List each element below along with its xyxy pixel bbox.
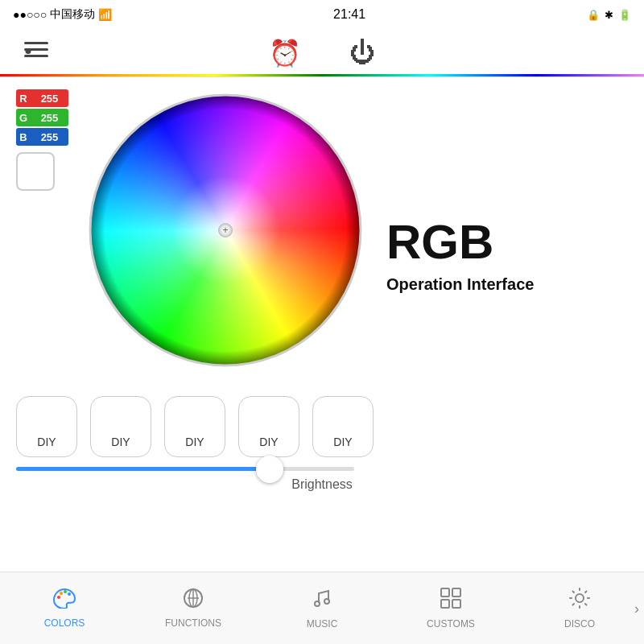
diy-button-2[interactable]: DIY	[90, 396, 151, 457]
color-wheel-container[interactable]: +	[89, 93, 362, 367]
wifi-icon: 📶	[98, 8, 112, 21]
g-row: G 255	[16, 109, 68, 126]
tab-disco[interactable]: DISCO	[515, 572, 644, 644]
brightness-label: Brightness	[16, 477, 628, 492]
colors-label: COLORS	[44, 617, 85, 629]
tab-functions[interactable]: FUNCTIONS	[129, 572, 258, 644]
signal-dots: ●●○○○	[13, 8, 47, 21]
svg-point-2	[26, 48, 31, 54]
alarm-button[interactable]: ⏰	[269, 38, 301, 68]
bluetooth-icon: ✱	[605, 9, 613, 21]
brightness-section: Brightness	[0, 464, 644, 500]
svg-point-12	[315, 601, 320, 606]
svg-rect-17	[452, 600, 460, 608]
diy-button-4[interactable]: DIY	[238, 396, 299, 457]
status-time: 21:41	[333, 7, 365, 22]
r-row: R 255	[16, 89, 68, 107]
brightness-thumb[interactable]	[256, 456, 283, 483]
r-value: 255	[31, 89, 68, 107]
main-content: R 255 G 255 B 255 + RGB Operation Interf…	[0, 77, 644, 383]
disco-label: DISCO	[564, 618, 595, 630]
brightness-track[interactable]	[16, 467, 354, 471]
customs-label: CUSTOMS	[427, 618, 475, 630]
g-label: G	[16, 109, 31, 126]
svg-point-6	[64, 590, 67, 593]
svg-rect-15	[452, 588, 460, 597]
diy-button-5[interactable]: DIY	[312, 396, 374, 457]
b-value: 255	[31, 128, 68, 146]
nav-center: ⏰ ⏻	[269, 38, 375, 68]
tab-colors[interactable]: COLORS	[0, 572, 129, 644]
r-label: R	[16, 89, 31, 107]
status-bar: ●●○○○ 中国移动 📶 21:41 🔒 ✱ 🔋	[0, 0, 644, 29]
tab-customs[interactable]: CUSTOMS	[386, 572, 515, 644]
right-text: RGB Operation Interface	[370, 85, 534, 375]
power-button[interactable]: ⏻	[349, 38, 375, 68]
svg-point-4	[57, 596, 60, 599]
nav-bar: ⏰ ⏻	[0, 29, 644, 77]
b-row: B 255	[16, 128, 68, 146]
diy-row: DIY DIY DIY DIY DIY	[0, 383, 644, 464]
carrier-label: 中国移动	[50, 7, 95, 22]
functions-label: FUNCTIONS	[165, 617, 221, 629]
svg-point-7	[68, 592, 71, 596]
rgb-title: RGB	[386, 216, 493, 269]
music-label: MUSIC	[307, 618, 338, 630]
svg-point-13	[324, 599, 329, 604]
svg-rect-0	[24, 42, 48, 44]
status-right: 🔒 ✱ 🔋	[587, 9, 631, 21]
svg-rect-3	[24, 55, 48, 57]
svg-point-5	[60, 592, 63, 595]
colors-icon	[52, 588, 76, 614]
rainbow-line	[0, 74, 644, 76]
b-label: B	[16, 128, 31, 146]
tab-bar: COLORS FUNCTIONS MUSIC	[0, 572, 644, 644]
g-value: 255	[31, 109, 68, 126]
music-icon	[311, 587, 333, 615]
color-preview	[16, 152, 55, 191]
tab-music[interactable]: MUSIC	[258, 572, 386, 644]
battery-icon: 🔋	[618, 9, 631, 21]
left-panel: R 255 G 255 B 255	[16, 89, 80, 375]
diy-button-3[interactable]: DIY	[164, 396, 225, 457]
lock-icon: 🔒	[587, 9, 600, 21]
wheel-center-dot: +	[218, 223, 233, 237]
menu-button[interactable]	[24, 40, 48, 65]
customs-icon	[440, 587, 462, 615]
rgb-subtitle: Operation Interface	[386, 275, 534, 294]
svg-rect-16	[441, 600, 449, 608]
status-left: ●●○○○ 中国移动 📶	[13, 7, 112, 22]
tab-arrow[interactable]: ›	[634, 600, 644, 617]
diy-button-1[interactable]: DIY	[16, 396, 77, 457]
disco-icon	[568, 587, 591, 615]
svg-rect-14	[441, 588, 449, 597]
svg-point-18	[576, 594, 584, 602]
functions-icon	[181, 588, 205, 614]
